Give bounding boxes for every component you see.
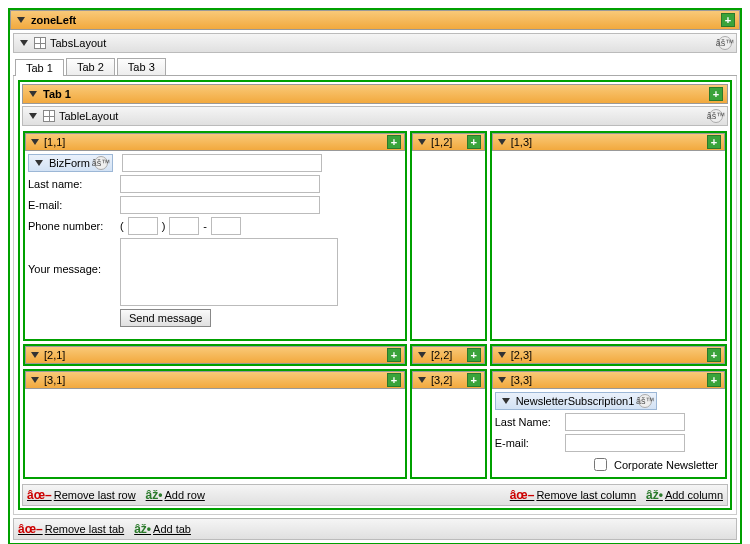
add-tab-link[interactable]: âž• Add tab	[134, 522, 191, 536]
chevron-down-icon[interactable]	[498, 377, 506, 383]
phone-exch-input[interactable]	[169, 217, 199, 235]
plus-icon: âž•	[146, 488, 163, 502]
cell-add-button[interactable]	[467, 348, 481, 362]
cell-add-button[interactable]	[707, 373, 721, 387]
cell-2-3: [2,3]	[490, 344, 727, 366]
chevron-down-icon[interactable]	[418, 377, 426, 383]
chevron-down-icon[interactable]	[29, 91, 37, 97]
cell-3-2: [3,2]	[410, 369, 487, 479]
chevron-down-icon[interactable]	[31, 377, 39, 383]
tab-actions-bar: âœ– Remove last tab âž• Add tab	[13, 518, 737, 540]
newsletter-title: NewsletterSubscription1	[516, 395, 635, 407]
cell-label: [2,2]	[431, 349, 464, 361]
page-root: zoneLeft TabsLayout Tab 1 Tab 2 Tab 3 Ta…	[8, 8, 742, 544]
cell-header: [2,1]	[25, 346, 405, 364]
zone-add-button[interactable]	[721, 13, 735, 27]
cell-body: BizForm Last name: E-mail:	[25, 151, 405, 333]
cell-label: [1,3]	[511, 136, 704, 148]
bizform-title: BizForm	[49, 157, 90, 169]
tabpane-add-button[interactable]	[709, 87, 723, 101]
x-icon: âœ–	[18, 522, 43, 536]
gear-icon[interactable]	[718, 36, 732, 50]
tabslayout-header: TabsLayout	[13, 33, 737, 53]
tabslayout-title: TabsLayout	[50, 37, 106, 49]
chevron-down-icon[interactable]	[498, 352, 506, 358]
send-message-button[interactable]: Send message	[120, 309, 211, 327]
nl-email-label: E-mail:	[495, 437, 561, 449]
nl-lastname-label: Last Name:	[495, 416, 561, 428]
cell-1-1: [1,1] BizForm	[23, 131, 407, 341]
x-icon: âœ–	[510, 488, 535, 502]
cell-add-button[interactable]	[467, 373, 481, 387]
message-label: Your message:	[28, 238, 116, 275]
chevron-down-icon[interactable]	[418, 139, 426, 145]
chevron-down-icon[interactable]	[17, 17, 25, 23]
cell-add-button[interactable]	[387, 373, 401, 387]
remove-last-column-link[interactable]: âœ– Remove last column	[510, 488, 636, 502]
lastname-label: Last name:	[28, 178, 116, 190]
grid-actions-bar: âœ– Remove last row âž• Add row âœ– Remo…	[22, 484, 728, 506]
gear-icon[interactable]	[638, 394, 652, 408]
zone-title: zoneLeft	[31, 14, 76, 26]
tablelayout-title: TableLayout	[59, 110, 118, 122]
tab-3[interactable]: Tab 3	[117, 58, 166, 75]
cell-label: [2,1]	[44, 349, 384, 361]
chevron-down-icon[interactable]	[29, 113, 37, 119]
remove-tab-label: Remove last tab	[45, 523, 124, 535]
cell-add-button[interactable]	[707, 348, 721, 362]
add-column-link[interactable]: âž• Add column	[646, 488, 723, 502]
cell-add-button[interactable]	[387, 348, 401, 362]
chevron-down-icon[interactable]	[31, 139, 39, 145]
email-label: E-mail:	[28, 199, 116, 211]
cell-header: [3,2]	[412, 371, 485, 389]
layout-grid: [1,1] BizForm	[20, 128, 730, 482]
cell-add-button[interactable]	[467, 135, 481, 149]
tab-pane: Tab 1 TableLayout	[13, 76, 737, 515]
cell-1-3: [1,3]	[490, 131, 727, 341]
add-tab-label: Add tab	[153, 523, 191, 535]
lastname-input[interactable]	[120, 175, 320, 193]
nl-email-input[interactable]	[565, 434, 685, 452]
tab-1[interactable]: Tab 1	[15, 59, 64, 76]
chevron-down-icon[interactable]	[20, 40, 28, 46]
email-input[interactable]	[120, 196, 320, 214]
add-row-label: Add row	[164, 489, 204, 501]
add-col-label: Add column	[665, 489, 723, 501]
gear-icon[interactable]	[94, 156, 108, 170]
tab-2[interactable]: Tab 2	[66, 58, 115, 75]
cell-label: [3,1]	[44, 374, 384, 386]
bizform-firstname-input[interactable]	[122, 154, 322, 172]
cell-label: [1,2]	[431, 136, 464, 148]
remove-last-row-link[interactable]: âœ– Remove last row	[27, 488, 136, 502]
phone-area-input[interactable]	[128, 217, 158, 235]
cell-add-button[interactable]	[707, 135, 721, 149]
tablelayout-header: TableLayout	[22, 106, 728, 126]
cell-header: [2,2]	[412, 346, 485, 364]
newsletter-webpart[interactable]: NewsletterSubscription1	[495, 392, 658, 410]
cell-body: NewsletterSubscription1 Last Name: E-mai…	[492, 389, 725, 479]
subscribe-button[interactable]: Subscribe	[651, 477, 718, 479]
nl-lastname-input[interactable]	[565, 413, 685, 431]
add-row-link[interactable]: âž• Add row	[146, 488, 205, 502]
remove-col-label: Remove last column	[536, 489, 636, 501]
cell-label: [3,3]	[511, 374, 704, 386]
remove-last-tab-link[interactable]: âœ– Remove last tab	[18, 522, 124, 536]
chevron-down-icon[interactable]	[35, 160, 43, 166]
chevron-down-icon[interactable]	[31, 352, 39, 358]
gear-icon[interactable]	[709, 109, 723, 123]
message-input[interactable]	[120, 238, 338, 306]
chevron-down-icon[interactable]	[498, 139, 506, 145]
cell-header: [3,1]	[25, 371, 405, 389]
x-icon: âœ–	[27, 488, 52, 502]
phone-num-input[interactable]	[211, 217, 241, 235]
cell-header: [1,2]	[412, 133, 485, 151]
nl-corporate-checkbox[interactable]	[594, 458, 607, 471]
layout-icon	[43, 110, 55, 122]
bizform-webpart[interactable]: BizForm	[28, 154, 113, 172]
cell-header: [1,3]	[492, 133, 725, 151]
remove-row-label: Remove last row	[54, 489, 136, 501]
cell-add-button[interactable]	[387, 135, 401, 149]
chevron-down-icon[interactable]	[502, 398, 510, 404]
phone-paren-r: )	[162, 220, 166, 232]
chevron-down-icon[interactable]	[418, 352, 426, 358]
